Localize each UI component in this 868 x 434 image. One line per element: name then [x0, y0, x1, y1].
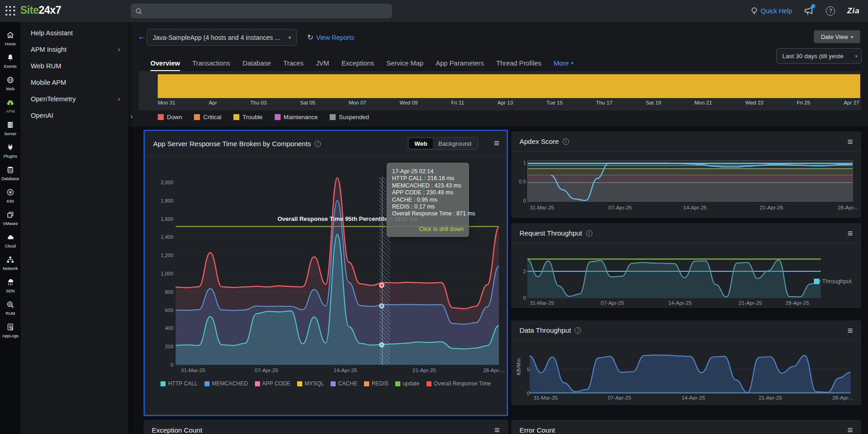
date-view-button[interactable]: Date View ▾	[814, 30, 860, 43]
hamburger-menu-icon[interactable]: ≡	[494, 425, 500, 434]
app-grid-icon[interactable]	[6, 6, 16, 16]
hamburger-menu-icon[interactable]: ≡	[847, 137, 853, 146]
rail-item-web[interactable]: Web	[0, 72, 21, 95]
x-axis-labels: 31-Mar-2507-Apr-2514-Apr-2521-Apr-2528-A…	[530, 395, 851, 402]
rail-item-apm[interactable]: APM	[0, 95, 21, 117]
memcached-point-marker[interactable]	[379, 303, 384, 308]
rail-item-plugins[interactable]: Plugins	[0, 140, 21, 162]
sidebar-item-openai[interactable]: OpenAI	[21, 107, 128, 124]
sidebar-item-web-rum[interactable]: Web RUM	[21, 58, 128, 74]
exception-count-panel: Exception Count ≡	[144, 420, 508, 434]
tab-overview[interactable]: Overview	[150, 56, 180, 71]
info-icon[interactable]: i	[563, 138, 569, 145]
status-legend-down[interactable]: Down	[158, 114, 182, 121]
tab-more[interactable]: More▾	[553, 56, 573, 71]
rail-item-home[interactable]: Home	[0, 27, 21, 50]
overall-point-marker[interactable]	[379, 283, 384, 288]
rail-item-sdn[interactable]: SDN	[0, 275, 21, 297]
series-legend-http-call[interactable]: HTTP CALL	[160, 380, 197, 387]
status-legend-trouble[interactable]: Trouble	[233, 114, 263, 121]
sidebar-item-opentelemetry[interactable]: OpenTelemetry›	[21, 91, 128, 107]
y-tick-label: 200	[165, 344, 173, 349]
series-legend-overall-response-time[interactable]: Overall Response Time	[426, 380, 491, 387]
rail-item-server[interactable]: Server	[0, 117, 21, 140]
rail-item-vmware[interactable]: VMware	[0, 207, 21, 230]
status-legend-maintenance[interactable]: Maintenance	[275, 114, 318, 121]
series-legend-cache[interactable]: CACHE	[331, 380, 357, 387]
tooltip-row: MEMCACHED : 423.43 ms	[392, 182, 464, 189]
timeline-tick: Apr	[209, 100, 217, 109]
panel-title: Exception Count	[152, 426, 202, 434]
web-background-toggle: Web Background	[408, 137, 478, 150]
series-legend-memcached[interactable]: MEMCACHED	[205, 380, 248, 387]
expand-panel-chevron[interactable]: ›	[130, 112, 133, 121]
request-chart-plot[interactable]	[527, 257, 821, 298]
toggle-web[interactable]: Web	[409, 138, 433, 148]
hamburger-menu-icon[interactable]: ≡	[847, 229, 853, 238]
x-tick-label: 21-Apr-25	[739, 300, 762, 306]
sidebar-item-mobile-apm[interactable]: Mobile APM	[21, 74, 128, 91]
throughput-legend[interactable]: Throughput	[814, 278, 851, 285]
x-tick-label: 28-Apr-...	[483, 368, 505, 373]
notification-dot	[811, 4, 815, 8]
info-icon[interactable]: i	[315, 141, 321, 147]
tooltip-row: APP CODE : 230.49 ms	[392, 189, 464, 196]
rail-item-network[interactable]: Network	[0, 252, 21, 275]
info-icon[interactable]: i	[575, 327, 581, 334]
tab-exceptions[interactable]: Exceptions	[342, 56, 374, 71]
cloud-icon	[6, 233, 14, 243]
search-input[interactable]	[146, 8, 387, 15]
httpcall-point-marker[interactable]	[379, 342, 384, 347]
tab-database[interactable]: Database	[243, 56, 271, 71]
y-tick-label: 400	[165, 325, 173, 331]
status-legend-critical[interactable]: Critical	[194, 114, 221, 121]
drill-down-link[interactable]: Click to drill down	[392, 226, 464, 232]
info-icon[interactable]: i	[586, 230, 592, 236]
date-range-value: Last 30 days (till yeste	[782, 53, 855, 60]
rail-item-events[interactable]: Events	[0, 50, 21, 72]
series-legend-mysql[interactable]: MYSQL	[297, 380, 324, 387]
apdex-chart-plot[interactable]	[527, 160, 853, 202]
hamburger-menu-icon[interactable]: ≡	[847, 326, 853, 335]
date-range-select[interactable]: Last 30 days (till yeste ▾	[776, 48, 862, 64]
availability-timeline[interactable]: Mon 31AprThu 03Sat 05Mon 07Wed 09Fri 11A…	[138, 71, 861, 110]
tab-thread-profiles[interactable]: Thread Profiles	[496, 56, 541, 71]
rail-item-cloud[interactable]: Cloud	[0, 230, 21, 252]
x-tick-label: 07-Apr-25	[255, 368, 278, 373]
hamburger-menu-icon[interactable]: ≡	[494, 138, 499, 148]
view-reports-button[interactable]: ↻ View Reports	[307, 33, 354, 42]
server-icon	[6, 121, 14, 131]
series-legend-app-code[interactable]: APP CODE	[255, 380, 291, 387]
data-chart-plot[interactable]	[530, 348, 851, 393]
quick-help-button[interactable]: Quick Help	[751, 7, 792, 15]
toggle-background[interactable]: Background	[433, 138, 477, 148]
zia-icon[interactable]: Zia	[847, 6, 860, 16]
availability-bar[interactable]	[158, 74, 860, 98]
series-legend-update[interactable]: update	[395, 380, 420, 387]
tab-traces[interactable]: Traces	[283, 56, 304, 71]
rail-item-database[interactable]: Database	[0, 162, 21, 185]
tab-service-map[interactable]: Service Map	[387, 56, 424, 71]
legend-swatch	[814, 279, 819, 284]
tab-transactions[interactable]: Transactions	[193, 56, 230, 71]
rail-item-rum[interactable]: RUM	[0, 297, 21, 319]
global-search[interactable]	[131, 4, 392, 18]
view-reports-label: View Reports	[316, 34, 354, 41]
back-button[interactable]: ←	[138, 31, 147, 42]
rail-item-k8s[interactable]: K8s	[0, 185, 21, 207]
rail-item-applogs[interactable]: AppLogs	[0, 319, 21, 342]
hamburger-menu-icon[interactable]: ≡	[847, 425, 853, 434]
announcements-button[interactable]	[804, 6, 814, 16]
rail-item-label: AppLogs	[2, 334, 19, 338]
help-icon[interactable]: ?	[826, 6, 835, 16]
y-tick-label: 800	[165, 289, 173, 295]
tab-jvm[interactable]: JVM	[316, 56, 329, 71]
sidebar-item-help-assistant[interactable]: Help Assistant	[21, 25, 128, 41]
sidebar-item-apm-insight[interactable]: APM Insight›	[21, 41, 128, 58]
tab-app-parameters[interactable]: App Parameters	[436, 56, 484, 71]
module-rail: HomeEventsWebAPMServerPluginsDatabaseK8s…	[0, 22, 21, 434]
app-selector-dropdown[interactable]: Java-SampleApp (4 hosts and 4 instances …	[147, 29, 297, 46]
status-legend-suspended[interactable]: Suspended	[330, 114, 369, 121]
timeline-tick: Sat 05	[300, 100, 315, 109]
series-legend-redis[interactable]: REDIS	[364, 380, 388, 387]
